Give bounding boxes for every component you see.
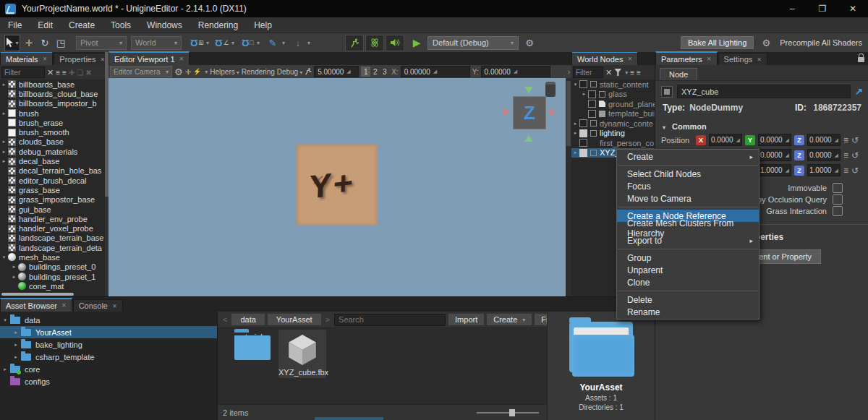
expand-arrow-icon[interactable]: ▸ <box>571 130 579 136</box>
context-menu-item[interactable]: Rename <box>617 306 759 318</box>
material-row[interactable]: handler_env_probe <box>0 214 109 223</box>
expand-all-icon[interactable]: ≡ <box>56 69 60 77</box>
asset-tree-row[interactable]: ▸ bake_lighting <box>0 338 217 351</box>
run-settings-gear[interactable]: ⚙ <box>522 35 537 51</box>
close-icon[interactable]: ✕ <box>43 56 48 62</box>
close-icon[interactable]: ✕ <box>61 302 67 309</box>
reset-icon[interactable]: ↺ <box>851 166 859 176</box>
expand-arrow-icon[interactable]: ▸ <box>0 139 8 145</box>
pan-icon[interactable]: ✛ <box>185 68 191 76</box>
expand-arrow-icon[interactable]: ▸ <box>0 367 10 372</box>
material-row[interactable]: ▸ buildings_preset_0 <box>0 262 109 272</box>
bolt-icon[interactable]: ⚡ <box>193 68 201 75</box>
menu-item[interactable]: Create <box>61 17 103 33</box>
add-material-icon[interactable]: ✚ <box>69 69 75 77</box>
menu-item[interactable]: Tools <box>103 17 139 33</box>
context-menu-item[interactable]: Unparent <box>617 264 759 276</box>
rotate-tool-button[interactable]: ↻ <box>38 35 52 51</box>
expand-arrow-icon[interactable]: ▾ <box>0 317 10 323</box>
row-menu-icon[interactable]: ≡ <box>843 135 848 145</box>
materials-hscrollbar[interactable] <box>1 293 74 296</box>
maximize-button[interactable]: ❐ <box>807 0 838 17</box>
node-enabled-checkbox[interactable] <box>588 90 596 98</box>
material-row[interactable]: grass_impostor_base <box>0 195 109 205</box>
expand-arrow-icon[interactable]: ▸ <box>10 264 18 270</box>
physics-toggle[interactable] <box>365 35 384 51</box>
bake-settings-gear[interactable]: ⚙ <box>759 35 773 51</box>
toolbar-overflow-arrow[interactable]: › <box>568 68 570 76</box>
snap-angle-button[interactable]: Ω ∠ <box>215 35 229 51</box>
material-row[interactable]: brush_erase <box>0 118 109 127</box>
common-section-header[interactable]: ▾ Common <box>655 115 868 132</box>
close-icon[interactable]: ✕ <box>707 56 712 62</box>
node-enabled-checkbox[interactable] <box>579 119 587 127</box>
row-menu-icon[interactable]: ≡ <box>843 150 848 160</box>
context-menu-item[interactable]: Move to Camera <box>617 192 759 205</box>
drop-surface-button[interactable]: ✎ <box>265 35 280 51</box>
flag-checkbox[interactable] <box>833 206 843 216</box>
minimize-button[interactable]: – <box>777 0 807 17</box>
z-value-field[interactable]: 0.0000◢ <box>807 149 841 161</box>
material-row[interactable]: ▸ brush <box>0 108 109 118</box>
menu-item[interactable]: Rendering <box>190 17 246 33</box>
expand-arrow-icon[interactable]: ▸ <box>0 82 8 87</box>
node-enabled-checkbox[interactable] <box>579 139 587 147</box>
close-icon[interactable]: ✕ <box>757 56 762 63</box>
select-tool-button[interactable]: ▾ <box>4 35 20 51</box>
expand-arrow-icon[interactable]: ▸ <box>10 274 18 280</box>
expand-arrow-icon[interactable]: ▸ <box>571 121 579 127</box>
expand-arrow-icon[interactable]: ▾ <box>571 82 579 87</box>
material-row[interactable]: handler_voxel_probe <box>0 223 109 233</box>
expand-arrow-icon[interactable]: ▸ <box>11 354 21 360</box>
node-row[interactable]: first_person_co <box>571 138 655 148</box>
expand-arrow-icon[interactable]: ▸ <box>11 330 21 335</box>
material-row[interactable]: ▾ mesh_base <box>0 252 109 262</box>
node-row[interactable]: ground_plane <box>571 99 655 109</box>
node-name-input[interactable] <box>677 85 851 98</box>
collapse-all-icon[interactable]: ≡ <box>637 69 641 77</box>
run-config-dropdown[interactable]: Default (Debug) ▾ <box>427 36 519 50</box>
context-menu-item[interactable] <box>618 165 758 166</box>
node-enabled-checkbox[interactable] <box>579 129 587 137</box>
drop-down-button[interactable]: ↓ <box>291 35 305 51</box>
expand-arrow-icon[interactable]: ▸ <box>571 150 579 155</box>
search-input[interactable] <box>334 314 446 326</box>
expand-arrow-icon[interactable]: ▸ <box>0 149 8 155</box>
chevron-down-icon[interactable]: ▾ <box>206 40 209 46</box>
node-enabled-checkbox[interactable] <box>588 100 596 108</box>
node-row[interactable]: template_buil <box>571 109 655 119</box>
chevron-down-icon[interactable]: ▾ <box>307 40 310 46</box>
create-dropdown[interactable]: Create ▾ <box>487 314 532 325</box>
material-row[interactable]: cone_mat <box>0 281 109 291</box>
expand-arrow-icon[interactable]: ▾ <box>0 254 8 260</box>
copy-material-icon[interactable]: ❏ <box>77 69 83 77</box>
context-menu-item[interactable]: Delete <box>617 293 759 306</box>
tab-properties[interactable]: Properties ✕ <box>54 53 109 65</box>
rendering-debug-dropdown[interactable]: Rendering Debug▾ <box>242 68 302 76</box>
chevron-down-icon[interactable]: ▾ <box>257 40 260 46</box>
space-dropdown[interactable]: World ▾ <box>131 36 182 50</box>
y-coord-field[interactable]: 0.00000 ◢ <box>481 66 550 77</box>
context-menu-item[interactable]: Create ▸ <box>617 150 759 163</box>
node-enabled-checkbox[interactable] <box>579 80 587 88</box>
viewport-settings-gear[interactable]: ⚙ <box>174 67 183 77</box>
tab-world-nodes[interactable]: World Nodes ✕ <box>571 52 638 65</box>
tab-parameters[interactable]: Parameters ✕ <box>655 51 718 65</box>
tile-xyz-cube-fbx[interactable]: XYZ_cube.fbx <box>278 330 326 378</box>
material-row[interactable]: billboards_cloud_base <box>0 89 109 98</box>
tab-console[interactable]: Console ✕ <box>73 299 123 312</box>
asset-tree-row[interactable]: ▸ csharp_template <box>0 351 217 363</box>
close-icon[interactable]: ✕ <box>627 56 632 62</box>
context-menu-item[interactable]: Group <box>617 252 759 264</box>
x-value-field[interactable]: 0.0000◢ <box>709 134 742 146</box>
context-menu-item[interactable] <box>618 291 758 291</box>
gizmo-right-arrow-icon[interactable] <box>548 108 554 116</box>
asset-tree-row[interactable]: ▸ core <box>0 363 217 375</box>
viewport-scrollbar[interactable] <box>566 78 571 296</box>
breadcrumb-yourasset[interactable]: YourAsset <box>268 314 321 325</box>
camera-speed-field[interactable]: 5.00000 ◢ <box>314 66 359 77</box>
back-button[interactable]: < <box>221 315 229 324</box>
context-menu-item[interactable]: Select Child Nodes <box>617 168 759 180</box>
z-value-field[interactable]: 0.0000◢ <box>807 134 841 146</box>
viewport-canvas[interactable]: Y+ Z <box>109 78 566 296</box>
